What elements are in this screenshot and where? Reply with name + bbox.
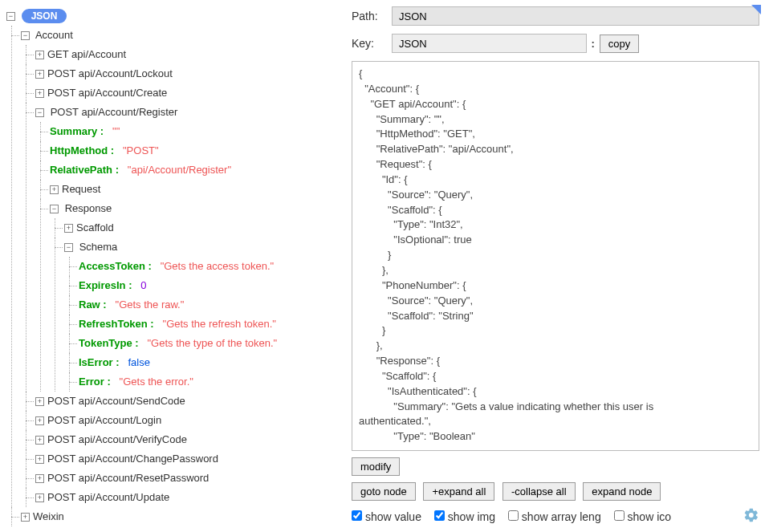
node-schema[interactable]: Schema	[79, 241, 118, 253]
prop-key: Raw :	[79, 298, 107, 311]
show-array-leng-checkbox[interactable]	[508, 510, 519, 521]
show-img-option[interactable]: show img	[434, 510, 495, 523]
goto-node-button[interactable]: goto node	[352, 482, 416, 501]
modify-button[interactable]: modify	[352, 457, 400, 476]
expand-toggle-icon[interactable]: +	[35, 416, 44, 425]
show-img-checkbox[interactable]	[434, 510, 445, 521]
expand-toggle-icon[interactable]: +	[35, 455, 44, 464]
json-viewer[interactable]: { "Account": { "GET api/Account": { "Sum…	[352, 61, 759, 451]
prop-value: "Gets the type of the token."	[147, 337, 277, 349]
path-label: Path:	[352, 10, 392, 22]
prop-value: "Gets the error."	[120, 376, 193, 388]
node-endpoint[interactable]: POST api/Account/ChangePassword	[47, 453, 218, 465]
expand-toggle-icon[interactable]: +	[35, 89, 44, 98]
collapse-all-button[interactable]: -collapse all	[502, 482, 576, 501]
expand-toggle-icon[interactable]: +	[64, 224, 73, 233]
prop-value: "Gets the refresh token."	[163, 318, 276, 330]
expand-toggle-icon[interactable]: +	[35, 436, 44, 445]
prop-key: Summary :	[50, 125, 104, 137]
prop-value: "Gets the raw."	[116, 298, 185, 311]
expand-toggle-icon[interactable]: +	[21, 513, 30, 522]
expand-toggle-icon[interactable]: −	[50, 205, 59, 213]
prop-key: Error :	[79, 376, 111, 388]
node-endpoint[interactable]: POST api/Account/Create	[47, 87, 167, 99]
expand-toggle-icon[interactable]: +	[35, 474, 44, 483]
expand-node-button[interactable]: expand node	[583, 482, 661, 501]
node-endpoint[interactable]: POST api/Account/VerifyCode	[47, 433, 187, 445]
prop-value: ""	[112, 125, 120, 137]
expand-toggle-icon[interactable]: +	[50, 185, 59, 194]
prop-value: "api/Account/Register"	[128, 164, 231, 176]
expand-toggle-icon[interactable]: −	[21, 31, 30, 40]
prop-value: "POST"	[123, 144, 159, 156]
expand-toggle-icon[interactable]: +	[35, 397, 44, 406]
prop-key: RelativePath :	[50, 164, 119, 176]
key-label: Key:	[352, 37, 392, 50]
expand-toggle-icon[interactable]: −	[35, 108, 44, 117]
node-scaffold[interactable]: Scaffold	[76, 221, 114, 234]
expand-toggle-icon[interactable]: +	[35, 51, 44, 59]
path-input[interactable]	[392, 6, 759, 26]
node-endpoint[interactable]: POST api/Account/Lockout	[47, 67, 173, 79]
show-value-option[interactable]: show value	[352, 510, 421, 523]
expand-toggle-icon[interactable]: −	[64, 243, 73, 252]
node-account[interactable]: Account	[35, 29, 73, 41]
node-endpoint[interactable]: GET api/Account	[47, 48, 126, 60]
prop-key: AccessToken :	[79, 260, 152, 272]
node-endpoint-register[interactable]: POST api/Account/Register	[51, 106, 178, 118]
prop-key: RefreshToken :	[79, 318, 154, 330]
node-request[interactable]: Request	[62, 183, 100, 195]
node-response[interactable]: Response	[65, 202, 112, 214]
node-weixin[interactable]: Weixin	[33, 510, 64, 522]
prop-value: false	[128, 356, 149, 368]
show-ico-checkbox[interactable]	[614, 510, 625, 521]
settings-button[interactable]	[743, 507, 759, 526]
expand-toggle-icon[interactable]: +	[35, 493, 44, 502]
node-endpoint[interactable]: POST api/Account/ResetPassword	[47, 472, 209, 484]
root-node[interactable]: JSON	[22, 9, 67, 23]
prop-value: 0	[140, 279, 146, 291]
gear-icon	[743, 507, 759, 523]
copy-button[interactable]: copy	[600, 35, 639, 53]
collapse-panel-icon[interactable]	[751, 5, 761, 14]
key-input[interactable]	[392, 34, 587, 53]
node-endpoint[interactable]: POST api/Account/SendCode	[47, 395, 185, 407]
node-endpoint[interactable]: POST api/Account/Update	[47, 491, 169, 503]
expand-toggle-icon[interactable]: −	[6, 12, 15, 21]
prop-key: ExpiresIn :	[79, 279, 132, 291]
prop-key: TokenType :	[79, 337, 139, 349]
show-ico-option[interactable]: show ico	[614, 510, 671, 523]
expand-toggle-icon[interactable]: +	[35, 70, 44, 79]
prop-value: "Gets the access token."	[161, 260, 274, 272]
prop-key: HttpMethod :	[50, 144, 114, 156]
show-array-leng-option[interactable]: show array leng	[508, 510, 601, 523]
show-value-checkbox[interactable]	[352, 510, 362, 521]
expand-all-button[interactable]: +expand all	[423, 482, 494, 501]
prop-key: IsError :	[79, 356, 120, 368]
colon-separator: :	[592, 38, 595, 50]
node-endpoint[interactable]: POST api/Account/Login	[47, 414, 161, 426]
